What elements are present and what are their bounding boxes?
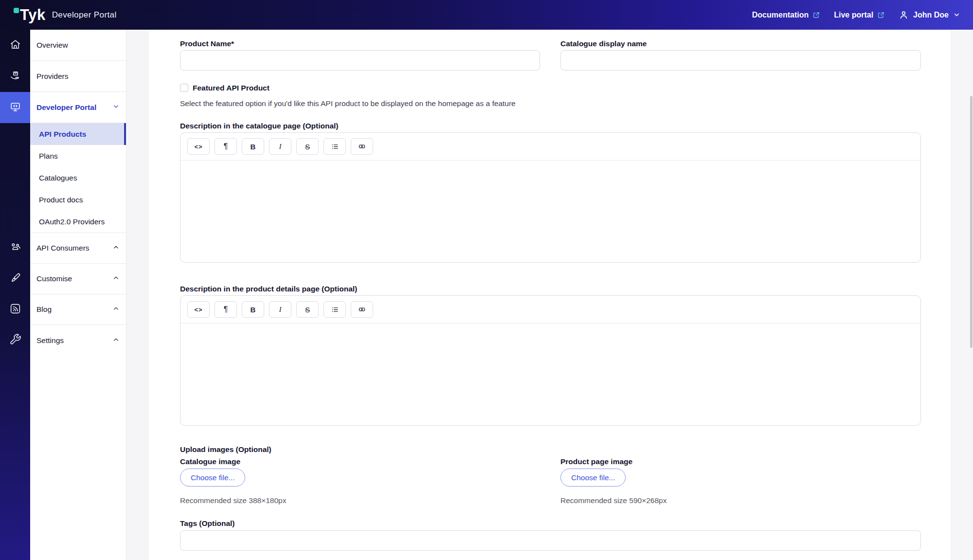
portal-subtitle: Developer Portal xyxy=(52,10,117,20)
brand: Tyk Developer Portal xyxy=(14,7,117,22)
tyk-logo-mark-icon xyxy=(14,8,19,13)
icon-rail xyxy=(0,30,30,560)
link-button[interactable] xyxy=(351,301,373,318)
bold-button[interactable]: B xyxy=(242,138,264,155)
scrollbar-track[interactable] xyxy=(951,30,973,560)
featured-help-text: Select the featured option if you'd like… xyxy=(180,99,516,108)
developer-portal-icon xyxy=(9,101,21,115)
sidebar-item-blog[interactable]: Blog xyxy=(30,294,126,325)
external-link-icon xyxy=(877,11,885,19)
user-icon xyxy=(899,10,909,20)
rail-settings[interactable] xyxy=(0,325,30,356)
chevron-up-icon xyxy=(112,244,120,253)
product-page-image-size-hint: Recommended size 590×268px xyxy=(560,496,667,505)
code-button[interactable]: <> xyxy=(187,138,210,155)
featured-checkbox[interactable] xyxy=(180,84,188,92)
rail-api-consumers[interactable] xyxy=(0,233,30,264)
tags-label: Tags (Optional) xyxy=(180,519,235,528)
catalogue-display-name-input[interactable] xyxy=(560,50,921,71)
chevron-up-icon xyxy=(112,336,120,345)
external-link-icon xyxy=(812,11,820,19)
sidebar-item-developer-portal[interactable]: Developer Portal xyxy=(30,92,126,123)
developer-portal-page: Tyk Developer Portal Documentation Live … xyxy=(0,0,973,560)
rail-customise[interactable] xyxy=(0,263,30,294)
editor-toolbar: <>¶BIS xyxy=(180,133,920,161)
sidebar-item-providers[interactable]: Providers xyxy=(30,61,126,92)
product-name-input[interactable] xyxy=(180,50,540,71)
chevron-down-icon xyxy=(112,103,120,112)
sidebar-item-label: Overview xyxy=(36,41,68,50)
live-portal-link[interactable]: Live portal xyxy=(834,11,885,19)
product-name-label: Product Name* xyxy=(180,39,234,48)
sidebar-item-catalogues[interactable]: Catalogues xyxy=(30,167,126,189)
sidebar-item-settings[interactable]: Settings xyxy=(30,325,126,356)
italic-button[interactable]: I xyxy=(269,138,291,155)
tags-input[interactable] xyxy=(180,530,921,551)
catalogue-display-name-label: Catalogue display name xyxy=(560,39,647,48)
wrench-icon xyxy=(9,333,21,347)
sidebar-item-api-consumers[interactable]: API Consumers xyxy=(30,233,126,264)
chevron-down-icon xyxy=(953,11,960,18)
strikethrough-button[interactable]: S xyxy=(296,301,319,318)
documentation-link[interactable]: Documentation xyxy=(752,11,820,19)
navbar-actions: Documentation Live portal xyxy=(752,0,960,30)
catalogue-image-label: Catalogue image xyxy=(180,457,240,466)
sidebar-item-label: Blog xyxy=(36,305,52,314)
bullet-list-button[interactable] xyxy=(324,138,346,155)
sidebar: Overview Providers Developer Portal API … xyxy=(30,30,126,560)
developer-portal-submenu: API Products Plans Catalogues Product do… xyxy=(30,123,126,233)
product-page-image-choose-file-button[interactable]: Choose file... xyxy=(560,469,626,487)
catalogue-description-editor: <>¶BIS xyxy=(180,132,921,263)
strikethrough-button[interactable]: S xyxy=(296,138,319,155)
link-button[interactable] xyxy=(351,138,373,155)
sidebar-item-plans[interactable]: Plans xyxy=(30,145,126,167)
tyk-logo: Tyk xyxy=(20,7,46,22)
sidebar-item-oauth-providers[interactable]: OAuth2.0 Providers xyxy=(30,211,126,233)
bullet-list-button[interactable] xyxy=(324,301,346,318)
sidebar-item-label: Customise xyxy=(36,274,72,283)
details-description-textarea[interactable] xyxy=(180,324,920,425)
sidebar-item-customise[interactable]: Customise xyxy=(30,264,126,294)
catalogue-image-size-hint: Recommended size 388×180px xyxy=(180,496,286,505)
sidebar-item-label: OAuth2.0 Providers xyxy=(39,217,105,226)
rss-icon xyxy=(9,303,21,317)
italic-button[interactable]: I xyxy=(269,301,291,318)
rail-developer-portal[interactable] xyxy=(0,92,30,123)
details-description-editor: <>¶BIS xyxy=(180,295,921,426)
rail-providers[interactable] xyxy=(0,61,30,92)
sidebar-item-label: Providers xyxy=(36,72,68,81)
scrollbar-thumb[interactable] xyxy=(970,96,973,348)
sidebar-item-label: API Products xyxy=(39,130,86,139)
rail-overview[interactable] xyxy=(0,30,30,61)
sidebar-item-label: Developer Portal xyxy=(36,103,96,112)
api-product-form: Product Name* Catalogue display name Fea… xyxy=(149,30,951,560)
featured-label: Featured API Product xyxy=(193,84,270,92)
paintbrush-icon xyxy=(9,272,21,286)
paragraph-button[interactable]: ¶ xyxy=(215,301,237,318)
sidebar-item-overview[interactable]: Overview xyxy=(30,30,126,61)
catalogue-image-choose-file-button[interactable]: Choose file... xyxy=(180,469,245,487)
rail-blog[interactable] xyxy=(0,294,30,325)
sidebar-item-label: API Consumers xyxy=(36,244,90,253)
catalogue-description-label: Description in the catalogue page (Optio… xyxy=(180,122,339,130)
providers-icon xyxy=(9,70,21,84)
paragraph-button[interactable]: ¶ xyxy=(215,138,237,155)
chevron-up-icon xyxy=(112,305,120,314)
catalogue-description-textarea[interactable] xyxy=(180,161,920,262)
documentation-label: Documentation xyxy=(752,11,809,19)
sidebar-content-gutter xyxy=(126,30,149,560)
user-menu[interactable]: John Doe xyxy=(899,10,960,20)
bold-button[interactable]: B xyxy=(242,301,264,318)
live-portal-label: Live portal xyxy=(834,11,873,19)
sidebar-item-api-products[interactable]: API Products xyxy=(30,123,126,145)
editor-toolbar: <>¶BIS xyxy=(180,296,920,324)
sidebar-item-product-docs[interactable]: Product docs xyxy=(30,189,126,211)
details-description-label: Description in the product details page … xyxy=(180,285,357,293)
sidebar-item-label: Plans xyxy=(39,152,58,161)
sidebar-item-label: Settings xyxy=(36,336,64,345)
upload-images-heading: Upload images (Optional) xyxy=(180,445,271,454)
sidebar-item-label: Catalogues xyxy=(39,174,77,182)
chevron-up-icon xyxy=(112,274,120,284)
sidebar-item-label: Product docs xyxy=(39,196,83,204)
code-button[interactable]: <> xyxy=(187,301,210,318)
